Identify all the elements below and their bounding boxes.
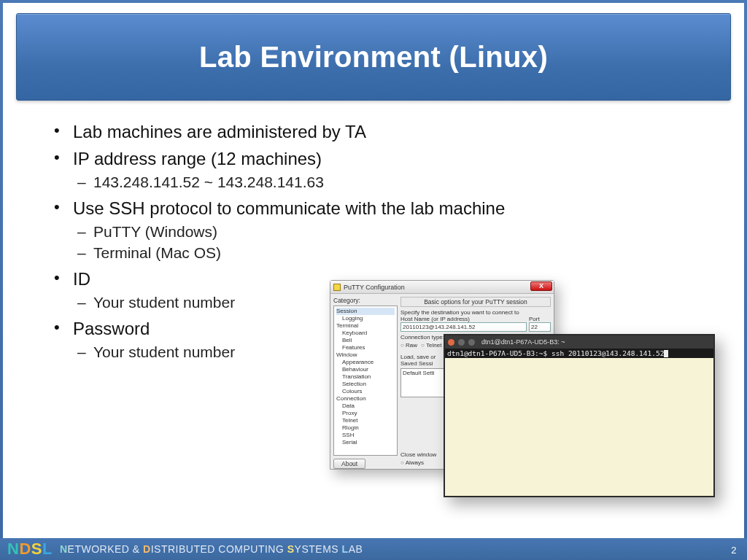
tree-item-translation[interactable]: Translation bbox=[336, 373, 395, 381]
tree-item-serial[interactable]: Serial bbox=[336, 439, 395, 446]
slide-frame: Lab Environment (Linux) Lab machines are… bbox=[0, 0, 747, 560]
logo-letter-l: L bbox=[42, 541, 53, 557]
maximize-icon[interactable] bbox=[468, 339, 475, 346]
close-icon[interactable] bbox=[448, 339, 454, 346]
tree-item-data[interactable]: Data bbox=[336, 402, 395, 410]
tree-item-features[interactable]: Features bbox=[336, 344, 395, 351]
lab-n: N bbox=[60, 543, 68, 555]
lab-etworked: ETWORKED & bbox=[68, 543, 144, 555]
lab-istributed: ISTRIBUTED COMPUTING bbox=[151, 543, 287, 555]
tree-item-window[interactable]: Window bbox=[336, 351, 395, 359]
tree-item-logging[interactable]: Logging bbox=[336, 315, 395, 322]
terminal-window: dtn1@dtn1-P67A-UD5-B3: ~ dtn1@dtn1-P67A-… bbox=[444, 334, 715, 497]
port-input[interactable]: 22 bbox=[529, 322, 551, 332]
bullet-1: Lab machines are administered by TA bbox=[54, 120, 702, 144]
subbullet-3-2: Terminal (Mac OS) bbox=[73, 243, 702, 264]
category-label: Category: bbox=[333, 297, 398, 304]
logo-letter-s: S bbox=[31, 541, 42, 557]
terminal-title: dtn1@dtn1-P67A-UD5-B3: ~ bbox=[481, 338, 565, 346]
terminal-command: ssh 20110123@143.248.141.52 bbox=[551, 349, 664, 357]
slide-title: Lab Environment (Linux) bbox=[199, 41, 548, 74]
terminal-prompt: dtn1@dtn1-P67A-UD5-B3:~$ bbox=[447, 349, 551, 357]
slide-canvas: Lab Environment (Linux) Lab machines are… bbox=[3, 3, 744, 557]
tree-item-ssh[interactable]: SSH bbox=[336, 432, 395, 439]
bullet-text: Password bbox=[73, 319, 150, 338]
tree-item-session[interactable]: Session bbox=[336, 308, 395, 315]
terminal-titlebar: dtn1@dtn1-P67A-UD5-B3: ~ bbox=[445, 335, 713, 349]
bullet-text: Your student number bbox=[93, 343, 235, 360]
subbullet-3-1: PuTTY (Windows) bbox=[73, 222, 702, 243]
bullet-3: Use SSH protocol to communicate with the… bbox=[54, 196, 702, 264]
panel-heading: Basic options for your PuTTY session bbox=[400, 297, 551, 307]
lab-name: NETWORKED & DISTRIBUTED COMPUTING SYSTEM… bbox=[60, 543, 363, 555]
bullet-2: IP address range (12 machines) 143.248.1… bbox=[54, 147, 702, 193]
putty-icon bbox=[333, 284, 341, 291]
tree-item-rlogin[interactable]: Rlogin bbox=[336, 424, 395, 432]
subbullet-2-1: 143.248.141.52 ~ 143.248.141.63 bbox=[73, 172, 702, 193]
bullet-text: Your student number bbox=[93, 294, 235, 311]
tree-item-behaviour[interactable]: Behaviour bbox=[336, 366, 395, 373]
bullet-text: Terminal (Mac OS) bbox=[93, 244, 221, 261]
radio-always[interactable]: Always bbox=[400, 459, 424, 466]
lab-s: S bbox=[287, 543, 295, 555]
tree-item-keyboard[interactable]: Keyboard bbox=[336, 330, 395, 337]
category-tree[interactable]: Session Logging Terminal Keyboard Bell F… bbox=[333, 306, 398, 456]
terminal-line[interactable]: dtn1@dtn1-P67A-UD5-B3:~$ ssh 20110123@14… bbox=[445, 349, 713, 358]
bullet-text: 143.248.141.52 ~ 143.248.141.63 bbox=[93, 174, 324, 190]
bullet-text: ID bbox=[73, 269, 90, 289]
minimize-icon[interactable] bbox=[458, 339, 465, 346]
tree-item-telnet[interactable]: Telnet bbox=[336, 417, 395, 424]
destination-label: Specify the destination you want to conn… bbox=[400, 309, 551, 316]
ndsl-logo: N D S L bbox=[7, 541, 53, 557]
host-input[interactable]: 20110123@143.248.141.52 bbox=[400, 322, 527, 332]
lab-ystems: YSTEMS bbox=[295, 543, 342, 555]
putty-title: PuTTY Configuration bbox=[344, 284, 405, 291]
tree-item-bell[interactable]: Bell bbox=[336, 337, 395, 344]
radio-raw[interactable]: Raw bbox=[400, 342, 417, 349]
tree-item-proxy[interactable]: Proxy bbox=[336, 410, 395, 417]
tree-item-selection[interactable]: Selection bbox=[336, 381, 395, 388]
radio-telnet[interactable]: Telnet bbox=[421, 342, 441, 349]
port-label: Port bbox=[529, 316, 551, 322]
bullet-text: PuTTY (Windows) bbox=[93, 223, 217, 240]
host-label: Host Name (or IP address) bbox=[400, 316, 527, 322]
cursor-icon bbox=[664, 350, 668, 357]
tree-item-terminal[interactable]: Terminal bbox=[336, 322, 395, 330]
tree-item-connection[interactable]: Connection bbox=[336, 395, 395, 402]
putty-titlebar: PuTTY Configuration X bbox=[330, 281, 554, 294]
slide-footer: N D S L NETWORKED & DISTRIBUTED COMPUTIN… bbox=[0, 538, 747, 560]
lab-d: D bbox=[143, 543, 151, 555]
logo-letter-n: N bbox=[7, 541, 19, 557]
lab-l: L bbox=[342, 543, 349, 555]
about-button[interactable]: About bbox=[333, 459, 365, 469]
tree-item-appearance[interactable]: Appearance bbox=[336, 359, 395, 366]
logo-letter-d: D bbox=[19, 541, 31, 557]
title-bar: Lab Environment (Linux) bbox=[16, 13, 731, 101]
close-button[interactable]: X bbox=[530, 281, 552, 291]
bullet-text: IP address range (12 machines) bbox=[73, 149, 322, 168]
lab-ab: AB bbox=[349, 543, 363, 555]
bullet-text: Lab machines are administered by TA bbox=[73, 122, 366, 141]
tree-item-colours[interactable]: Colours bbox=[336, 388, 395, 395]
bullet-text: Use SSH protocol to communicate with the… bbox=[73, 198, 505, 218]
page-number: 2 bbox=[731, 545, 737, 556]
